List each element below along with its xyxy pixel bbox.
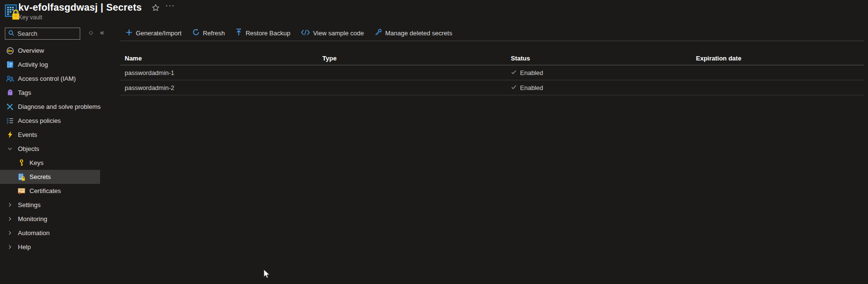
sidebar-group-settings[interactable]: Settings — [0, 198, 100, 212]
sidebar-item-label: Events — [18, 131, 37, 138]
secret-status-cell: Enabled — [511, 69, 696, 76]
command-bar-divider — [120, 41, 864, 41]
sidebar-item-tags[interactable]: Tags — [0, 86, 100, 100]
tag-icon — [6, 90, 14, 96]
access-control-icon — [6, 75, 14, 82]
sidebar-item-label: Monitoring — [18, 215, 47, 223]
column-header-status[interactable]: Status — [511, 55, 696, 62]
page-title: kv-efolfasgdwasj | Secrets — [18, 2, 142, 13]
manage-deleted-secrets-button[interactable]: Manage deleted secrets — [370, 25, 458, 41]
access-policies-icon — [6, 117, 14, 124]
key-icon — [17, 159, 26, 166]
chevron-right-icon — [6, 202, 14, 208]
sidebar-item-label: Keys — [29, 159, 43, 166]
check-icon — [511, 69, 517, 76]
key-vault-resource-icon — [5, 4, 20, 22]
menu-sort-toggle-icon[interactable]: ◇ — [89, 30, 93, 36]
secret-status-cell: Enabled — [511, 84, 696, 91]
sidebar-group-automation[interactable]: Automation — [0, 226, 100, 240]
sidebar-item-activity-log[interactable]: Activity log — [0, 58, 100, 72]
chevron-right-icon — [6, 244, 14, 250]
table-row[interactable]: passwordadmin-2 Enabled — [120, 80, 864, 95]
sidebar-item-access-control[interactable]: Access control (IAM) — [0, 72, 100, 86]
sidebar-item-label: Automation — [18, 229, 50, 237]
refresh-button[interactable]: Refresh — [188, 25, 231, 41]
key-outline-icon — [375, 29, 382, 37]
chevron-down-icon — [6, 146, 14, 151]
sidebar-group-objects[interactable]: Objects — [0, 142, 100, 156]
sidebar-item-label: Settings — [18, 201, 41, 209]
chevron-right-icon — [6, 230, 14, 236]
sidebar-item-label: Certificates — [29, 187, 61, 194]
command-label: Manage deleted secrets — [385, 30, 452, 37]
command-label: View sample code — [313, 30, 364, 37]
restore-upload-icon — [235, 29, 242, 37]
command-label: Generate/Import — [136, 30, 182, 37]
chevron-right-icon — [6, 216, 14, 222]
more-options-icon[interactable]: ··· — [165, 1, 175, 11]
page-subtitle: Key vault — [18, 14, 42, 21]
resource-menu: Overview Activity log Acc — [0, 44, 100, 254]
secret-name-cell[interactable]: passwordadmin-1 — [125, 69, 322, 76]
view-sample-code-button[interactable]: View sample code — [296, 25, 370, 41]
sidebar-item-label: Diagnose and solve problems — [18, 103, 101, 110]
generate-import-button[interactable]: Generate/Import — [121, 25, 188, 41]
sidebar-group-help[interactable]: Help — [0, 240, 100, 254]
sidebar-item-label: Tags — [18, 89, 31, 96]
plus-icon — [126, 29, 132, 37]
secret-name-cell[interactable]: passwordadmin-2 — [125, 84, 322, 91]
sidebar-item-keys[interactable]: Keys — [0, 156, 100, 170]
secret-doc-lock-icon — [17, 173, 26, 181]
sidebar-item-label: Help — [18, 243, 31, 251]
sidebar-item-label: Objects — [18, 145, 39, 152]
secrets-table-header: Name Type Status Expiration date — [120, 51, 864, 65]
command-label: Restore Backup — [246, 30, 290, 37]
lightning-icon — [6, 131, 14, 138]
activity-log-icon — [6, 61, 14, 68]
sidebar-item-events[interactable]: Events — [0, 128, 100, 142]
sidebar-item-label: Access policies — [18, 117, 61, 124]
search-icon — [8, 30, 14, 38]
sidebar-item-label: Overview — [18, 47, 44, 54]
status-badge: Enabled — [520, 69, 543, 76]
command-label: Refresh — [203, 30, 225, 37]
favorite-star-icon[interactable] — [152, 4, 159, 14]
command-bar: Generate/Import Refresh Restore Backup V… — [121, 25, 458, 41]
secrets-table-body: passwordadmin-1 Enabled passwordadmin-2 … — [120, 65, 864, 95]
sidebar-item-secrets[interactable]: Secrets — [0, 170, 100, 184]
sidebar-item-certificates[interactable]: Certificates — [0, 184, 100, 198]
key-circle-icon — [6, 47, 14, 55]
certificate-icon — [17, 188, 26, 194]
sidebar-item-label: Secrets — [29, 173, 51, 180]
collapse-menu-icon[interactable]: « — [100, 28, 104, 36]
column-header-type[interactable]: Type — [322, 55, 511, 62]
restore-backup-button[interactable]: Restore Backup — [231, 25, 296, 41]
sidebar-item-label: Access control (IAM) — [18, 75, 76, 82]
column-header-name[interactable]: Name — [125, 55, 322, 62]
sidebar-item-overview[interactable]: Overview — [0, 44, 100, 58]
mouse-cursor — [263, 269, 270, 281]
column-header-expiration-date[interactable]: Expiration date — [696, 55, 864, 62]
diagnose-tools-icon — [6, 103, 14, 110]
status-badge: Enabled — [520, 84, 543, 91]
sidebar-item-label: Activity log — [18, 61, 48, 68]
refresh-icon — [192, 29, 200, 37]
sidebar-item-diagnose[interactable]: Diagnose and solve problems — [0, 100, 100, 114]
search-input[interactable] — [17, 30, 77, 37]
check-icon — [511, 84, 517, 91]
table-row[interactable]: passwordadmin-1 Enabled — [120, 65, 864, 80]
sidebar-search[interactable] — [5, 28, 80, 40]
sidebar-item-access-policies[interactable]: Access policies — [0, 114, 100, 128]
code-icon — [301, 30, 310, 37]
sidebar-group-monitoring[interactable]: Monitoring — [0, 212, 100, 226]
